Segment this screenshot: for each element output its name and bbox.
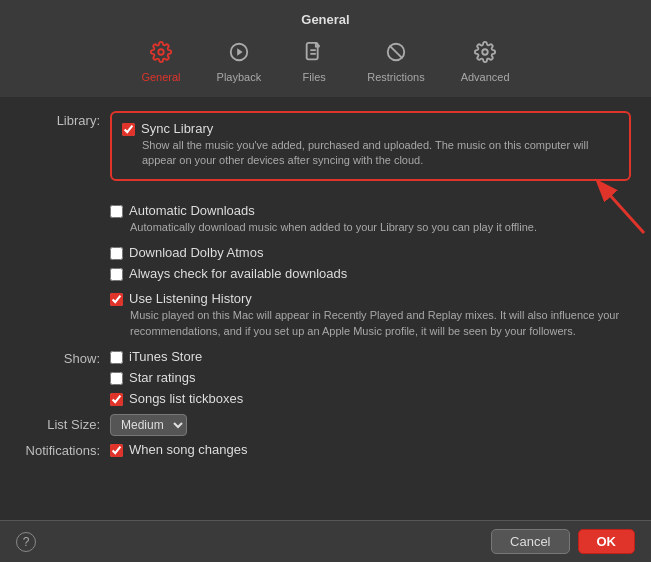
star-ratings-label[interactable]: Star ratings bbox=[129, 370, 195, 385]
show-label: Show: bbox=[20, 349, 110, 366]
itunes-store-checkbox[interactable] bbox=[110, 351, 123, 364]
listening-history-checkbox-row: Use Listening History bbox=[110, 291, 631, 306]
bottom-bar: ? Cancel OK bbox=[0, 520, 651, 562]
dolby-checkbox[interactable] bbox=[110, 247, 123, 260]
ok-button[interactable]: OK bbox=[578, 529, 636, 554]
svg-point-0 bbox=[158, 49, 164, 55]
listening-history-label[interactable]: Use Listening History bbox=[129, 291, 252, 306]
dolby-checkbox-row: Download Dolby Atmos bbox=[110, 245, 631, 260]
show-songs-spacer bbox=[20, 391, 110, 393]
sync-library-description: Show all the music you've added, purchas… bbox=[142, 138, 619, 169]
listening-history-content: Use Listening History Music played on th… bbox=[110, 291, 631, 339]
restrict-icon bbox=[385, 41, 407, 68]
advanced-icon bbox=[474, 41, 496, 68]
auto-downloads-spacer bbox=[20, 203, 110, 205]
gear-icon bbox=[150, 41, 172, 68]
always-check-content: Always check for available downloads bbox=[110, 266, 631, 283]
songs-list-label[interactable]: Songs list tickboxes bbox=[129, 391, 243, 406]
help-button[interactable]: ? bbox=[16, 532, 36, 552]
sync-library-checkbox[interactable] bbox=[122, 123, 135, 136]
notifications-checkbox-row: When song changes bbox=[110, 442, 248, 457]
play-icon bbox=[228, 41, 250, 68]
tab-general-label: General bbox=[141, 71, 180, 83]
listening-history-description: Music played on this Mac will appear in … bbox=[130, 308, 631, 339]
notifications-checkbox[interactable] bbox=[110, 444, 123, 457]
tab-restrictions-label: Restrictions bbox=[367, 71, 424, 83]
dolby-content: Download Dolby Atmos bbox=[110, 245, 631, 262]
sync-library-highlight: Sync Library Show all the music you've a… bbox=[110, 111, 631, 181]
sync-library-row: Sync Library bbox=[122, 121, 619, 136]
show-star-row: Star ratings bbox=[20, 370, 631, 387]
auto-downloads-label[interactable]: Automatic Downloads bbox=[129, 203, 255, 218]
auto-downloads-checkbox-row: Automatic Downloads bbox=[110, 203, 631, 218]
tab-restrictions[interactable]: Restrictions bbox=[349, 37, 442, 87]
auto-downloads-content: Automatic Downloads Automatically downlo… bbox=[110, 203, 631, 235]
svg-point-8 bbox=[482, 49, 488, 55]
show-songs-row: Songs list tickboxes bbox=[20, 391, 631, 408]
dolby-label[interactable]: Download Dolby Atmos bbox=[129, 245, 263, 260]
songs-list-checkbox[interactable] bbox=[110, 393, 123, 406]
always-check-row: Always check for available downloads bbox=[20, 266, 631, 283]
dolby-row: Download Dolby Atmos bbox=[20, 245, 631, 262]
always-check-checkbox[interactable] bbox=[110, 268, 123, 281]
tab-playback-label: Playback bbox=[217, 71, 262, 83]
tab-advanced-label: Advanced bbox=[461, 71, 510, 83]
always-check-spacer bbox=[20, 266, 110, 268]
show-itunes-row: Show: iTunes Store bbox=[20, 349, 631, 366]
help-icon: ? bbox=[23, 535, 30, 549]
bottom-buttons: Cancel OK bbox=[491, 529, 635, 554]
title-bar: General bbox=[0, 0, 651, 33]
listening-history-checkbox[interactable] bbox=[110, 293, 123, 306]
star-ratings-checkbox-row: Star ratings bbox=[110, 370, 631, 385]
library-row: Library: Sync Library Show all the music… bbox=[20, 111, 631, 193]
list-size-select[interactable]: Small Medium Large bbox=[110, 414, 187, 436]
tab-files[interactable]: Files bbox=[279, 37, 349, 87]
listening-history-row: Use Listening History Music played on th… bbox=[20, 291, 631, 339]
star-ratings-checkbox[interactable] bbox=[110, 372, 123, 385]
list-size-row: List Size: Small Medium Large bbox=[20, 414, 631, 436]
auto-downloads-row: Automatic Downloads Automatically downlo… bbox=[20, 203, 631, 235]
show-itunes-content: iTunes Store bbox=[110, 349, 631, 366]
list-size-label: List Size: bbox=[20, 417, 110, 432]
itunes-store-checkbox-row: iTunes Store bbox=[110, 349, 631, 364]
file-icon bbox=[303, 41, 325, 68]
dolby-spacer bbox=[20, 245, 110, 247]
always-check-label[interactable]: Always check for available downloads bbox=[129, 266, 347, 281]
toolbar: General Playback Files bbox=[0, 33, 651, 97]
sync-library-label[interactable]: Sync Library bbox=[141, 121, 213, 136]
auto-downloads-checkbox[interactable] bbox=[110, 205, 123, 218]
listening-history-spacer bbox=[20, 291, 110, 293]
tab-files-label: Files bbox=[303, 71, 326, 83]
library-label: Library: bbox=[20, 111, 110, 128]
svg-line-7 bbox=[390, 46, 403, 59]
always-check-checkbox-row: Always check for available downloads bbox=[110, 266, 631, 281]
notifications-text[interactable]: When song changes bbox=[129, 442, 248, 457]
show-star-content: Star ratings bbox=[110, 370, 631, 387]
songs-tickboxes-checkbox-row: Songs list tickboxes bbox=[110, 391, 631, 406]
library-content: Sync Library Show all the music you've a… bbox=[110, 111, 631, 193]
tab-playback[interactable]: Playback bbox=[199, 37, 280, 87]
tab-general[interactable]: General bbox=[123, 37, 198, 87]
notifications-label: Notifications: bbox=[20, 443, 110, 458]
auto-downloads-description: Automatically download music when added … bbox=[130, 220, 631, 235]
cancel-button[interactable]: Cancel bbox=[491, 529, 569, 554]
tab-advanced[interactable]: Advanced bbox=[443, 37, 528, 87]
content-area: Library: Sync Library Show all the music… bbox=[0, 97, 651, 520]
itunes-store-label[interactable]: iTunes Store bbox=[129, 349, 202, 364]
notifications-row: Notifications: When song changes bbox=[20, 442, 631, 459]
svg-marker-2 bbox=[237, 48, 243, 55]
show-songs-content: Songs list tickboxes bbox=[110, 391, 631, 408]
show-section: Show: iTunes Store Star ratings bbox=[20, 349, 631, 408]
window-title: General bbox=[301, 12, 349, 27]
show-star-spacer bbox=[20, 370, 110, 372]
